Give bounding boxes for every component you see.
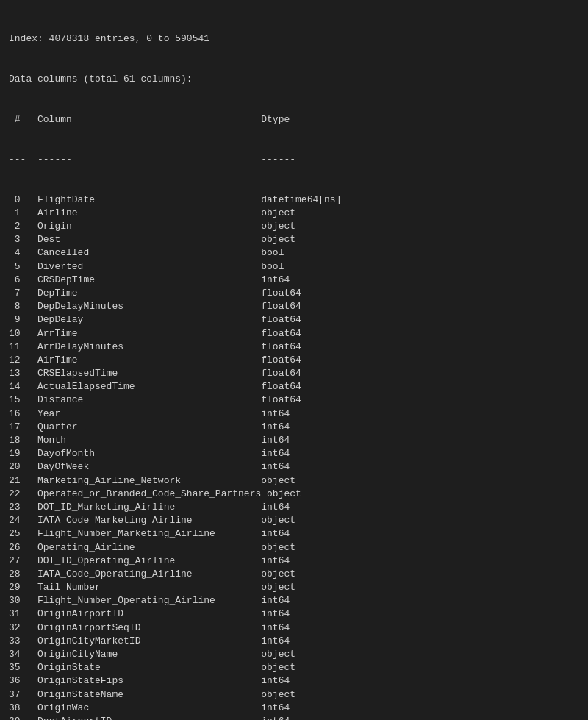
- table-row: 32 OriginAirportSeqID int64: [9, 621, 579, 635]
- table-row: 24 IATA_Code_Marketing_Airline object: [9, 514, 579, 527]
- table-row: 27 DOT_ID_Operating_Airline int64: [9, 555, 579, 568]
- table-row: 13 CRSElapsedTime float64: [9, 367, 579, 380]
- table-row: 17 Quarter int64: [9, 421, 579, 434]
- table-row: 3 Dest object: [9, 233, 579, 246]
- table-row: 36 OriginStateFips int64: [9, 674, 579, 688]
- table-row: 29 Tail_Number object: [9, 581, 579, 594]
- table-row: 10 ArrTime float64: [9, 327, 579, 341]
- table-row: 25 Flight_Number_Marketing_Airline int64: [9, 527, 579, 541]
- table-row: 11 ArrDelayMinutes float64: [9, 341, 579, 354]
- table-row: 30 Flight_Number_Operating_Airline int64: [9, 594, 579, 607]
- table-row: 4 Cancelled bool: [9, 246, 579, 260]
- table-row: 9 DepDelay float64: [9, 313, 579, 327]
- table-row: 35 OriginState object: [9, 661, 579, 674]
- terminal-output: Index: 4078318 entries, 0 to 590541 Data…: [9, 6, 579, 720]
- table-row: 15 Distance float64: [9, 393, 579, 407]
- table-row: 28 IATA_Code_Operating_Airline object: [9, 568, 579, 581]
- column-headers: # Column Dtype: [9, 113, 579, 126]
- table-row: 26 Operating_Airline object: [9, 541, 579, 555]
- table-row: 21 Marketing_Airline_Network object: [9, 474, 579, 488]
- table-row: 0 FlightDate datetime64[ns]: [9, 193, 579, 207]
- table-row: 38 OriginWac int64: [9, 702, 579, 715]
- table-row: 1 Airline object: [9, 207, 579, 220]
- table-row: 34 OriginCityName object: [9, 648, 579, 661]
- table-row: 6 CRSDepTime int64: [9, 274, 579, 287]
- table-row: 16 Year int64: [9, 407, 579, 421]
- table-row: 7 DepTime float64: [9, 287, 579, 300]
- table-row: 18 Month int64: [9, 434, 579, 447]
- table-row: 5 Diverted bool: [9, 260, 579, 274]
- table-row: 2 Origin object: [9, 220, 579, 233]
- header-line1: Index: 4078318 entries, 0 to 590541: [9, 32, 579, 46]
- table-row: 12 AirTime float64: [9, 354, 579, 367]
- table-row: 22 Operated_or_Branded_Code_Share_Partne…: [9, 488, 579, 501]
- table-row: 19 DayofMonth int64: [9, 447, 579, 460]
- table-row: 14 ActualElapsedTime float64: [9, 380, 579, 393]
- table-row: 23 DOT_ID_Marketing_Airline int64: [9, 501, 579, 514]
- column-separator: --- ------ ------: [9, 153, 579, 166]
- header-line2: Data columns (total 61 columns):: [9, 73, 579, 86]
- table-row: 37 OriginStateName object: [9, 688, 579, 702]
- table-row: 20 DayOfWeek int64: [9, 460, 579, 474]
- table-row: 39 DestAirportID int64: [9, 715, 579, 720]
- table-row: 31 OriginAirportID int64: [9, 607, 579, 621]
- table-row: 8 DepDelayMinutes float64: [9, 300, 579, 313]
- table-row: 33 OriginCityMarketID int64: [9, 635, 579, 648]
- columns-container: 0 FlightDate datetime64[ns] 1 Airline ob…: [9, 193, 579, 720]
